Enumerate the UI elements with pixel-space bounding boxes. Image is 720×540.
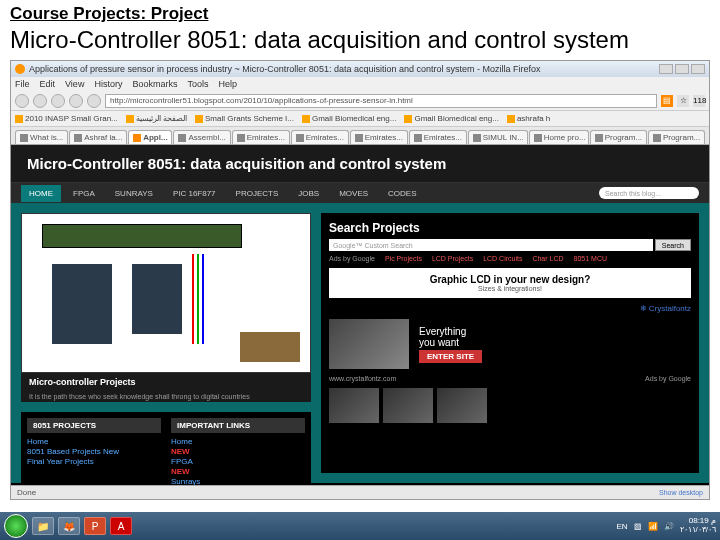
blog-search-input[interactable]: Search this blog... [599, 187, 699, 199]
slide-subheading: Micro-Controller 8051: data acquisition … [10, 26, 710, 54]
ad-link[interactable]: 8051 MCU [574, 255, 607, 262]
menu-view[interactable]: View [65, 79, 84, 89]
tray-flag-icon[interactable]: ▧ [634, 522, 642, 531]
blog-title: Micro-Controller 8051: data acquisition … [11, 145, 709, 183]
back-button[interactable] [15, 94, 29, 108]
nav-item[interactable]: MOVES [331, 185, 376, 202]
bookmark-item[interactable]: الصفحة الرئيسية [126, 114, 187, 123]
bookmark-item[interactable]: Gmail Biomedical eng... [302, 114, 396, 123]
schematic-caption: Micro-controller Projects [21, 373, 311, 391]
favicon-icon [473, 134, 481, 142]
sidebar: Search Projects Google™ Custom Search Se… [321, 213, 699, 473]
nav-item[interactable]: JOBS [290, 185, 327, 202]
links-header: IMPORTANT LINKS [171, 418, 305, 433]
tab[interactable]: SIMUL IN... [468, 130, 528, 144]
nav-item[interactable]: SUNRAYS [107, 185, 161, 202]
taskbar-powerpoint-icon[interactable]: P [84, 517, 106, 535]
favicon-icon [355, 134, 363, 142]
menu-bookmarks[interactable]: Bookmarks [132, 79, 177, 89]
tabbar: What is... Ashraf la... Appl... Assembl.… [11, 127, 709, 145]
project-link[interactable]: 8051 Based Projects New [27, 447, 161, 456]
tab-active[interactable]: Appl... [128, 130, 172, 144]
tray-volume-icon[interactable]: 🔊 [664, 522, 674, 531]
favicon-icon [653, 134, 661, 142]
nav-home[interactable]: HOME [21, 185, 61, 202]
tray-network-icon[interactable]: 📶 [648, 522, 658, 531]
minimize-button[interactable] [659, 64, 673, 74]
blog-nav: HOME FPGA SUNRAYS PIC 16F877 PROJECTS JO… [11, 183, 709, 203]
project-link[interactable]: Home [27, 437, 161, 446]
gallery-image[interactable] [329, 388, 379, 423]
enter-site-button[interactable]: ENTER SITE [419, 350, 482, 363]
search-projects-input[interactable]: Google™ Custom Search [329, 239, 653, 251]
tab[interactable]: Emirates... [409, 130, 467, 144]
project-link[interactable]: Final Year Projects [27, 457, 161, 466]
nav-item[interactable]: PROJECTS [228, 185, 287, 202]
ad-link[interactable]: LCD Circuits [483, 255, 522, 262]
menu-file[interactable]: File [15, 79, 30, 89]
close-button[interactable] [691, 64, 705, 74]
status-right[interactable]: Show desktop [659, 489, 703, 496]
gallery-image[interactable] [437, 388, 487, 423]
bookmark-item[interactable]: Gmail Biomedical eng... [404, 114, 498, 123]
schematic-chip [52, 264, 112, 344]
tab[interactable]: Ashraf la... [69, 130, 127, 144]
favicon-icon [237, 134, 245, 142]
ad-link[interactable]: Pic Projects [385, 255, 422, 262]
taskbar: 📁 🦊 P A EN ▧ 📶 🔊 08:19 م ٢٠١١/٠٣/٠٦ [0, 512, 720, 540]
rss-icon[interactable]: ▤ [661, 95, 673, 107]
favicon-icon [595, 134, 603, 142]
tray-lang[interactable]: EN [616, 522, 627, 531]
ads-by-label: Ads by Google [645, 375, 691, 382]
project-link[interactable]: Home [171, 437, 305, 446]
tab[interactable]: Emirates... [291, 130, 349, 144]
menu-tools[interactable]: Tools [187, 79, 208, 89]
url-bar[interactable]: http://microcontroller51.blogspot.com/20… [105, 94, 657, 108]
lcd-ad[interactable]: Graphic LCD in your new design? Sizes & … [329, 268, 691, 298]
schematic-lcd [42, 224, 242, 248]
project-link[interactable]: Sunrays [171, 477, 305, 485]
ad-link[interactable]: LCD Projects [432, 255, 473, 262]
tab[interactable]: Assembl... [173, 130, 230, 144]
taskbar-firefox-icon[interactable]: 🦊 [58, 517, 80, 535]
menu-help[interactable]: Help [218, 79, 237, 89]
ad-image[interactable] [329, 319, 409, 369]
tab[interactable]: Program... [590, 130, 647, 144]
home-button[interactable] [87, 94, 101, 108]
nav-item[interactable]: FPGA [65, 185, 103, 202]
schematic-chip [132, 264, 182, 334]
new-badge: NEW [171, 447, 190, 456]
menu-history[interactable]: History [94, 79, 122, 89]
favicon-icon [178, 134, 186, 142]
project-link[interactable]: FPGA [171, 457, 305, 466]
menu-edit[interactable]: Edit [40, 79, 56, 89]
bookmark-item[interactable]: ashrafa h [507, 114, 550, 123]
gallery-image[interactable] [383, 388, 433, 423]
bookmark-item[interactable]: 2010 INASP Small Gran... [15, 114, 118, 123]
tab[interactable]: Emirates... [350, 130, 408, 144]
taskbar-pdf-icon[interactable]: A [110, 517, 132, 535]
ad-text: Everythingyou want [419, 326, 482, 348]
bookmarks-bar: 2010 INASP Small Gran... الصفحة الرئيسية… [11, 111, 709, 127]
tab[interactable]: What is... [15, 130, 68, 144]
taskbar-explorer-icon[interactable]: 📁 [32, 517, 54, 535]
bookmark-item[interactable]: Small Grants Scheme I... [195, 114, 294, 123]
nav-item[interactable]: PIC 16F877 [165, 185, 224, 202]
reload-button[interactable] [51, 94, 65, 108]
stop-button[interactable] [69, 94, 83, 108]
start-button[interactable] [4, 514, 28, 538]
crystalfontz-link[interactable]: Crystalfontz [329, 304, 691, 313]
schematic-image[interactable] [21, 213, 311, 373]
tab[interactable]: Program... [648, 130, 705, 144]
maximize-button[interactable] [675, 64, 689, 74]
tab[interactable]: Emirates... [232, 130, 290, 144]
tab[interactable]: Home pro... [529, 130, 589, 144]
schematic-wire [202, 254, 204, 344]
ad-url[interactable]: www.crystalfontz.com [329, 375, 396, 382]
forward-button[interactable] [33, 94, 47, 108]
ad-link[interactable]: Char LCD [532, 255, 563, 262]
bookmark-star-icon[interactable]: ☆ [677, 95, 689, 107]
tray-clock[interactable]: 08:19 م ٢٠١١/٠٣/٠٦ [680, 517, 716, 535]
search-button[interactable]: Search [655, 239, 691, 251]
nav-item[interactable]: CODES [380, 185, 424, 202]
